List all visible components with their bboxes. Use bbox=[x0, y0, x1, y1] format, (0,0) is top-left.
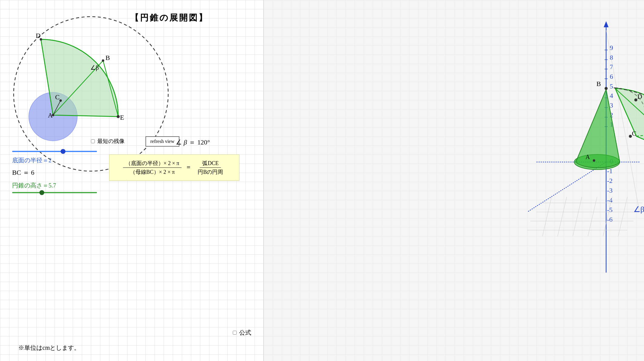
bc-equals: ＝ bbox=[23, 169, 31, 176]
angle-beta-display: ∠ β ＝ 120° bbox=[176, 138, 210, 147]
bc-value-row: BC ＝ 6 bbox=[12, 168, 118, 177]
svg-text:7: 7 bbox=[610, 63, 613, 71]
formula-numerator: （底面の半径）× 2 × π bbox=[123, 160, 182, 168]
svg-point-11 bbox=[40, 38, 42, 41]
svg-point-66 bbox=[629, 135, 632, 138]
angle-value: 120° bbox=[197, 138, 210, 146]
svg-text:4: 4 bbox=[610, 92, 613, 99]
svg-text:-6: -6 bbox=[607, 216, 612, 223]
height-slider-thumb[interactable] bbox=[39, 190, 44, 195]
svg-text:B: B bbox=[596, 80, 601, 88]
svg-text:B: B bbox=[105, 54, 110, 61]
svg-text:8: 8 bbox=[610, 54, 613, 61]
checkbox-shortest[interactable] bbox=[91, 139, 95, 143]
height-label: 円錐の高さ＝5.7 bbox=[12, 181, 118, 190]
svg-text:-4: -4 bbox=[607, 196, 612, 204]
beta-symbol: β bbox=[184, 138, 187, 146]
checkbox-formula-row: 公式 bbox=[233, 329, 251, 337]
left-panel: 【円錐の展開図】 D B C A E ∠β 最短の残像 bbox=[0, 0, 264, 361]
svg-text:∠β: ∠β bbox=[90, 64, 99, 71]
height-slider-track bbox=[12, 192, 97, 193]
svg-text:C: C bbox=[632, 130, 636, 137]
svg-point-64 bbox=[634, 98, 637, 101]
svg-text:C: C bbox=[55, 93, 60, 101]
svg-text:3: 3 bbox=[610, 101, 613, 109]
angle-equals: ＝ bbox=[189, 138, 195, 147]
svg-point-12 bbox=[102, 59, 104, 62]
right-panel: 9 8 7 6 5 4 3 2 1 0 -1 -2 -3 -4 -5 -6 bbox=[264, 0, 644, 361]
svg-marker-17 bbox=[604, 21, 609, 27]
radius-slider-section: 底面の半径＝2 BC ＝ 6 円錐の高さ＝5.7 bbox=[12, 148, 118, 196]
radius-slider-track bbox=[12, 151, 97, 152]
svg-text:6: 6 bbox=[610, 73, 613, 80]
svg-text:9: 9 bbox=[610, 44, 613, 51]
formula-rhs-den: 円Bの円周 bbox=[195, 168, 225, 176]
formula-fraction-left: （底面の半径）× 2 × π （母線BC）× 2 × π bbox=[123, 160, 182, 176]
svg-text:∠β＝120°: ∠β＝120° bbox=[633, 205, 644, 214]
svg-text:D: D bbox=[36, 32, 41, 39]
radius-label: 底面の半径＝2 bbox=[12, 156, 118, 164]
checkbox-formula[interactable] bbox=[233, 331, 237, 335]
checkbox-shortest-label: 最短の残像 bbox=[97, 137, 125, 145]
bc-value: 6 bbox=[31, 169, 34, 176]
formula-box: （底面の半径）× 2 × π （母線BC）× 2 × π ＝ 弧DCE 円Bの円… bbox=[109, 154, 239, 181]
3d-diagram: 9 8 7 6 5 4 3 2 1 0 -1 -2 -3 -4 -5 -6 bbox=[264, 0, 644, 361]
svg-point-13 bbox=[59, 99, 62, 102]
svg-text:D: D bbox=[637, 93, 642, 100]
radius-slider-thumb[interactable] bbox=[61, 149, 65, 154]
svg-text:E: E bbox=[120, 114, 124, 121]
formula-equal-sign: ＝ bbox=[185, 164, 192, 170]
checkbox-shortest-row: 最短の残像 bbox=[91, 137, 125, 145]
refresh-view-button[interactable]: refresh view bbox=[145, 136, 179, 147]
checkbox-formula-label: 公式 bbox=[239, 329, 251, 337]
svg-point-62 bbox=[605, 87, 608, 90]
svg-point-14 bbox=[52, 114, 54, 116]
svg-point-15 bbox=[117, 115, 120, 118]
bc-label: BC bbox=[12, 169, 21, 176]
svg-point-68 bbox=[593, 159, 595, 162]
svg-text:-3: -3 bbox=[607, 187, 612, 194]
unit-note: ※単位はcmとします。 bbox=[18, 344, 80, 352]
formula-rhs-num: 弧DCE bbox=[200, 160, 221, 168]
formula-denominator: （母線BC）× 2 × π bbox=[128, 168, 177, 176]
svg-text:5: 5 bbox=[610, 82, 613, 90]
angle-symbol: ∠ bbox=[176, 138, 182, 146]
svg-text:-2: -2 bbox=[607, 177, 612, 184]
svg-text:A: A bbox=[586, 154, 590, 160]
formula-fraction-right: 弧DCE 円Bの円周 bbox=[195, 160, 225, 176]
